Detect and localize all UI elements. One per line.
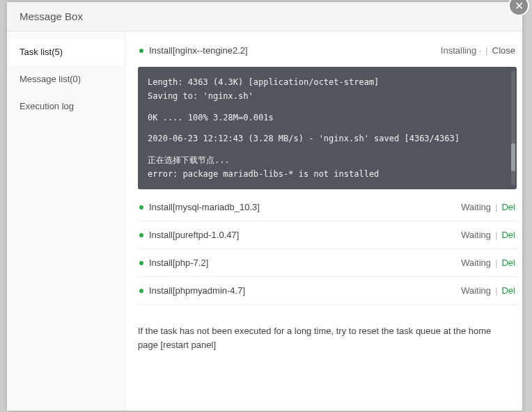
message-box-modal: ✕ Message Box Task list(5) Message list(… xyxy=(7,2,522,411)
footer-note: If the task has not been executed for a … xyxy=(138,324,517,351)
sidebar-item-messagelist[interactable]: Message list(0) xyxy=(7,65,125,93)
task-status: Waiting xyxy=(461,285,491,296)
task-status: Waiting xyxy=(461,258,491,268)
task-name: Install[pureftpd-1.0.47] xyxy=(149,230,461,240)
task-row: Install[nginx--tengine2.2] Installing | … xyxy=(138,41,517,64)
sidebar-item-label: Execution log xyxy=(19,101,74,111)
task-row: Install[phpmyadmin-4.7] Waiting | Del xyxy=(138,277,517,305)
separator: | xyxy=(495,202,497,212)
sidebar-item-label: Task list(5) xyxy=(19,47,63,57)
modal-body: Task list(5) Message list(0) Execution l… xyxy=(7,31,522,411)
close-glyph: ✕ xyxy=(515,0,524,13)
sidebar-item-label: Message list(0) xyxy=(19,74,81,84)
status-dot-icon xyxy=(139,205,143,209)
modal-titlebar: Message Box xyxy=(7,2,522,31)
console-line: Saving to: 'nginx.sh' xyxy=(148,89,507,103)
console-output: Length: 4363 (4.3K) [application/octet-s… xyxy=(138,67,517,189)
task-status: Waiting xyxy=(461,230,491,240)
separator: | xyxy=(495,230,497,240)
status-dot-icon xyxy=(139,233,143,237)
separator: | xyxy=(495,285,497,296)
task-close-button[interactable]: Close xyxy=(492,45,515,56)
task-delete-button[interactable]: Del xyxy=(501,202,515,212)
task-status: Waiting xyxy=(461,202,491,212)
task-name: Install[mysql-mariadb_10.3] xyxy=(149,202,461,212)
console-scrollbar-thumb[interactable] xyxy=(511,143,515,171)
console-line: 2020-06-23 12:12:43 (3.28 MB/s) - 'nginx… xyxy=(148,132,507,145)
status-dot-icon xyxy=(139,49,143,53)
task-name: Install[phpmyadmin-4.7] xyxy=(149,285,461,296)
sidebar-item-tasklist[interactable]: Task list(5) xyxy=(7,38,125,65)
task-delete-button[interactable]: Del xyxy=(501,258,515,268)
console-line: Length: 4363 (4.3K) [application/octet-s… xyxy=(148,75,507,89)
task-delete-button[interactable]: Del xyxy=(501,285,515,296)
console-line: 正在选择下载节点... xyxy=(148,153,507,167)
task-status: Installing xyxy=(441,45,482,56)
task-name: Install[nginx--tengine2.2] xyxy=(149,45,441,56)
sidebar: Task list(5) Message list(0) Execution l… xyxy=(7,31,125,411)
separator: | xyxy=(495,258,497,268)
console-line: 0K .... 100% 3.28M=0.001s xyxy=(148,111,507,125)
task-delete-button[interactable]: Del xyxy=(501,230,515,240)
status-dot-icon xyxy=(139,261,143,265)
task-row: Install[php-7.2] Waiting | Del xyxy=(138,249,517,277)
sidebar-item-executionlog[interactable]: Execution log xyxy=(7,93,125,120)
task-row: Install[mysql-mariadb_10.3] Waiting | De… xyxy=(138,193,517,221)
modal-title: Message Box xyxy=(19,10,83,22)
separator: | xyxy=(485,45,487,56)
task-name: Install[php-7.2] xyxy=(149,258,461,268)
status-dot-icon xyxy=(139,289,143,293)
main-content: Install[nginx--tengine2.2] Installing | … xyxy=(125,31,522,411)
console-line: error: package mariadb-libs-* is not ins… xyxy=(148,167,507,181)
task-row: Install[pureftpd-1.0.47] Waiting | Del xyxy=(138,221,517,249)
